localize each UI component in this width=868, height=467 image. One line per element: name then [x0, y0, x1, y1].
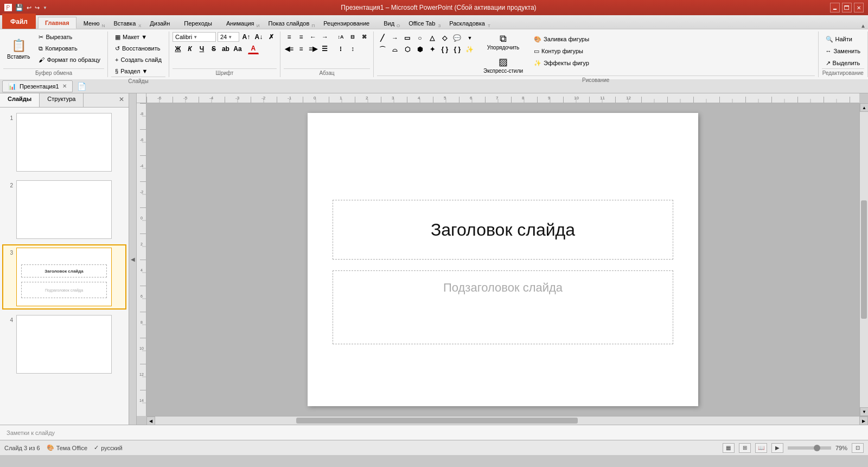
save-quick-btn[interactable]: 💾: [15, 4, 23, 11]
find-button[interactable]: 🔍 Найти: [822, 34, 864, 45]
scroll-up-btn[interactable]: ▲: [860, 103, 868, 112]
reading-view-btn[interactable]: 📖: [755, 443, 767, 453]
scroll-h-track[interactable]: [155, 416, 859, 425]
restore-button[interactable]: ↺ Восстановить: [111, 43, 165, 54]
font-size-dropdown[interactable]: 24 ▼: [218, 32, 239, 42]
align-left-btn[interactable]: ◀≡: [284, 43, 295, 54]
slide-title-placeholder[interactable]: Заголовок слайда: [333, 200, 673, 260]
font-increase-btn[interactable]: A↑: [241, 31, 252, 42]
tab-officetab[interactable]: Office TabЗ: [401, 17, 442, 29]
create-slide-button[interactable]: + Создать слайд: [111, 54, 165, 65]
tab-design[interactable]: Дизайн: [143, 17, 177, 29]
redo-quick-btn[interactable]: ↪: [35, 4, 40, 11]
smartart-btn[interactable]: ⌘: [359, 31, 370, 42]
quick-styles-btn[interactable]: ▨ Экспресс-стили: [480, 54, 527, 75]
panel-close-btn[interactable]: ✕: [114, 93, 129, 107]
tab-home[interactable]: Главная: [38, 17, 76, 29]
justify-btn[interactable]: ☰: [320, 43, 330, 54]
shape-more[interactable]: ▼: [464, 33, 475, 43]
bullet-list-btn[interactable]: ≡: [284, 31, 295, 42]
tab-transitions[interactable]: Переходы: [177, 17, 219, 29]
layout-button[interactable]: ▦ Макет ▼: [111, 31, 165, 42]
section-button[interactable]: § Раздел ▼: [111, 66, 165, 77]
tab-menu[interactable]: МенюN: [76, 17, 107, 29]
fit-window-btn[interactable]: ⊡: [852, 443, 864, 453]
undo-quick-btn[interactable]: ↩: [27, 4, 31, 11]
copy-button[interactable]: ⧉ Копировать: [35, 43, 104, 54]
slide-canvas-area[interactable]: Заголовок слайда Подзаголовок слайда: [146, 103, 859, 416]
maximize-btn[interactable]: 🗖: [842, 3, 852, 12]
scroll-v-thumb[interactable]: [861, 200, 867, 319]
font-name-dropdown[interactable]: Calibri ▼: [173, 32, 216, 42]
panel-tab-structure[interactable]: Структура: [40, 93, 84, 107]
zoom-thumb[interactable]: [814, 445, 820, 451]
align-text-btn[interactable]: ⊟: [347, 31, 358, 42]
slide-sorter-btn[interactable]: ⊞: [739, 443, 751, 453]
shape-l6[interactable]: { }: [439, 44, 450, 55]
tab-view[interactable]: ВидО: [376, 17, 401, 29]
shape-line[interactable]: ╱: [377, 33, 388, 43]
tab-slideshow[interactable]: Показ слайдовП: [261, 17, 317, 29]
shape-callout[interactable]: 💬: [452, 33, 463, 43]
bold-button[interactable]: Ж: [173, 43, 183, 54]
shape-l4[interactable]: ⬢: [414, 44, 425, 55]
scroll-down-btn[interactable]: ▼: [860, 407, 868, 416]
text-dir-btn[interactable]: ↕A: [335, 31, 346, 42]
shadow-button[interactable]: ab: [220, 43, 231, 54]
new-tab-btn[interactable]: 📄: [73, 81, 91, 92]
shape-l5[interactable]: ✦: [427, 44, 438, 55]
doc-tab-presentation1[interactable]: 📊 Презентация1 ✕: [2, 80, 73, 92]
cut-button[interactable]: ✂ Вырезать: [35, 31, 104, 42]
replace-button[interactable]: ↔ Заменить: [822, 46, 864, 56]
close-btn[interactable]: ✕: [854, 3, 864, 12]
italic-button[interactable]: К: [184, 43, 195, 54]
tab-file[interactable]: Файл: [2, 14, 36, 29]
shape-fill-btn[interactable]: 🎨 Заливка фигуры: [530, 34, 593, 45]
panel-collapse-btn[interactable]: ◀: [129, 93, 137, 425]
shape-outline-btn[interactable]: ▭ Контур фигуры: [530, 46, 593, 56]
arrange-btn[interactable]: ⧉ Упорядочить: [480, 31, 527, 52]
shape-l8[interactable]: ✨: [464, 44, 475, 55]
select-button[interactable]: ↗ Выделить: [822, 58, 864, 68]
shape-l3[interactable]: ⬡: [402, 44, 413, 55]
slide-thumb-4[interactable]: 4: [2, 312, 126, 377]
horizontal-scrollbar[interactable]: ◀ ▶: [146, 416, 868, 425]
zoom-slider[interactable]: [788, 446, 831, 450]
scroll-right-btn[interactable]: ▶: [859, 416, 868, 425]
slide-thumb-2[interactable]: 2: [2, 177, 126, 242]
outdent-btn[interactable]: ←: [308, 31, 318, 42]
underline-button[interactable]: Ч: [196, 43, 207, 54]
align-center-btn[interactable]: ≡: [296, 43, 307, 54]
scroll-v-track[interactable]: [860, 112, 868, 407]
tab-animations[interactable]: АнимацияИ: [219, 17, 261, 29]
indent-btn[interactable]: →: [320, 31, 330, 42]
numbered-list-btn[interactable]: ≡: [296, 31, 307, 42]
shape-arrow[interactable]: →: [390, 33, 400, 43]
scroll-h-thumb[interactable]: [296, 418, 578, 424]
shape-l1[interactable]: ⌒: [377, 44, 388, 55]
qa-dropdown-btn[interactable]: ▼: [43, 5, 47, 10]
normal-view-btn[interactable]: ▦: [723, 443, 735, 453]
shape-diamond[interactable]: ◇: [439, 33, 450, 43]
shape-effects-btn[interactable]: ✨ Эффекты фигур: [530, 58, 593, 68]
slide-thumb-1[interactable]: 1: [2, 110, 126, 175]
font-decrease-btn[interactable]: A↓: [253, 31, 264, 42]
tab-raskladovka[interactable]: РаскладовкаТ: [442, 17, 492, 29]
slideshow-btn[interactable]: ▶: [771, 443, 783, 453]
shape-l2[interactable]: ⌓: [390, 44, 400, 55]
line-spacing-btn[interactable]: ↕: [347, 43, 358, 54]
paste-button[interactable]: 📋 Вставить: [3, 31, 34, 66]
clear-format-btn[interactable]: ✗: [266, 31, 277, 42]
notes-bar[interactable]: Заметки к слайду: [0, 425, 868, 440]
panel-tab-slides[interactable]: Слайды: [0, 93, 40, 107]
spacing-btn[interactable]: Аа: [232, 43, 243, 54]
strikethrough-button[interactable]: S: [208, 43, 219, 54]
tab-insert[interactable]: ВставкаX: [106, 17, 143, 29]
columns-btn[interactable]: ⫶: [335, 43, 346, 54]
minimize-btn[interactable]: 🗕: [830, 3, 840, 12]
shape-circle[interactable]: ○: [414, 33, 425, 43]
vertical-scrollbar[interactable]: ▲ ▼: [859, 103, 868, 416]
slide-thumb-3[interactable]: 3 Заголовок слайда Подзаголовок слайда: [2, 244, 126, 310]
shape-triangle[interactable]: △: [427, 33, 438, 43]
format-painter-button[interactable]: 🖌 Формат по образцу: [35, 54, 104, 65]
